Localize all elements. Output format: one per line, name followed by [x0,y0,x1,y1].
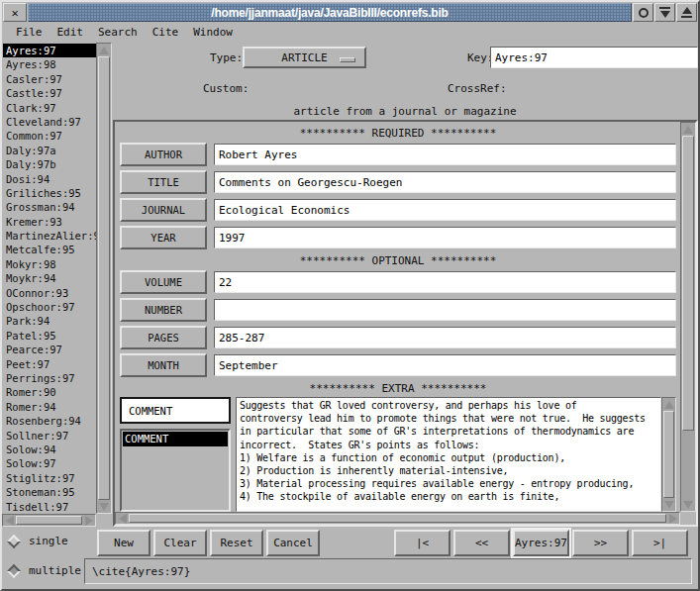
menu-item-search[interactable]: Search [97,24,139,41]
field-label-author[interactable]: AUTHOR [120,143,207,166]
nav-next-button[interactable]: >> [572,530,629,556]
scroll-left-icon[interactable] [3,515,16,526]
scroll-thumb[interactable] [663,411,674,498]
nav-current-entry-button[interactable]: Ayres:97 [513,530,569,556]
scroll-down-icon[interactable] [97,500,111,513]
scroll-up-icon[interactable] [681,123,695,136]
list-item[interactable]: Pearce:97 [3,343,96,356]
field-input-volume[interactable] [214,271,676,293]
scroll-down-icon[interactable] [681,498,695,511]
list-item[interactable]: Casler:97 [3,72,96,86]
extra-field-list[interactable]: COMMENT [120,429,231,512]
list-item[interactable]: Solow:94 [3,443,96,456]
cancel-button[interactable]: Cancel [266,530,320,556]
scroll-left-icon[interactable] [116,513,129,524]
list-item[interactable]: Sollner:97 [3,429,96,443]
field-label-journal[interactable]: JOURNAL [120,198,207,222]
menu-item-edit[interactable]: Edit [56,24,85,41]
maximize-icon [681,7,692,18]
app-window: ✕ /home/jjanmaat/java/JavaBibIII/econref… [0,0,700,591]
field-label-number[interactable]: NUMBER [120,298,207,322]
field-label-month[interactable]: MONTH [120,353,207,377]
type-option-menu[interactable]: ARTICLE [243,47,366,68]
nav-last-button[interactable]: >| [632,530,688,556]
scroll-thumb[interactable] [682,136,694,431]
field-input-year[interactable] [214,227,676,248]
scroll-thumb[interactable] [16,516,82,525]
window-menu-button[interactable] [633,3,653,22]
form-hscrollbar[interactable] [115,512,680,525]
field-label-title[interactable]: TITLE [120,170,207,194]
field-input-journal[interactable] [214,199,676,221]
reset-button[interactable]: Reset [210,530,263,556]
list-item[interactable]: Ayres:97 [3,44,96,57]
list-item[interactable]: Kremer:93 [3,215,96,229]
list-item[interactable]: Metcalfe:95 [3,243,96,256]
scroll-up-icon[interactable] [662,398,675,411]
form-vscrollbar[interactable] [680,122,696,512]
list-item[interactable]: Griliches:95 [3,186,96,200]
list-item[interactable]: Patel:95 [3,329,96,343]
multiple-radio[interactable]: multiple [9,564,81,577]
entry-list-hscrollbar[interactable] [2,514,96,527]
nav-prev-button[interactable]: << [453,530,510,556]
list-item[interactable]: Common:97 [3,129,96,143]
field-input-number[interactable] [214,299,676,321]
menu-item-window[interactable]: Window [192,24,234,41]
comment-vscrollbar[interactable] [661,397,676,512]
list-item[interactable]: Mokyr:98 [3,257,96,271]
list-item[interactable]: Romer:90 [3,385,96,399]
scroll-right-icon[interactable] [666,513,679,524]
list-item[interactable]: Stiglitz:97 [3,471,96,485]
scroll-up-icon[interactable] [97,44,111,56]
option-menu-indicator-icon [340,57,355,62]
field-label-volume[interactable]: VOLUME [120,270,207,294]
new-button[interactable]: New [97,530,150,556]
list-item[interactable]: Stoneman:95 [3,485,96,499]
extra-field-list-item[interactable]: COMMENT [123,432,228,446]
field-label-year[interactable]: YEAR [120,226,207,249]
clear-button[interactable]: Clear [153,530,207,556]
field-input-author[interactable] [214,144,676,165]
menu-item-cite[interactable]: Cite [151,24,180,41]
list-item[interactable]: Castle:97 [3,86,96,100]
list-item[interactable]: OConnor:93 [3,286,96,300]
single-radio[interactable]: single [9,535,68,547]
nav-first-button[interactable]: |< [394,530,450,556]
iconify-button[interactable] [654,3,675,22]
list-item[interactable]: Solow:97 [3,456,96,470]
cite-command-input[interactable] [84,558,692,584]
list-item[interactable]: Rosenberg:94 [3,414,96,428]
key-input[interactable] [490,47,698,68]
list-item[interactable]: Opschoor:97 [3,300,96,314]
list-item[interactable]: Peet:97 [3,357,96,371]
comment-textarea[interactable] [236,397,661,512]
menu-item-file[interactable]: File [15,24,44,41]
list-item[interactable]: Romer:94 [3,400,96,414]
list-item[interactable]: Cleveland:97 [3,115,96,129]
list-item[interactable]: Moykr:94 [3,271,96,285]
list-item[interactable]: Daly:97a [3,144,96,157]
list-item[interactable]: Ayres:98 [3,57,96,71]
scroll-thumb[interactable] [98,56,110,500]
list-item[interactable]: Park:94 [3,314,96,328]
maximize-button[interactable] [676,3,697,22]
field-input-month[interactable] [214,354,676,376]
list-item[interactable]: Tisdell:97 [3,500,96,514]
close-button[interactable]: ✕ [3,3,27,22]
list-item[interactable]: Perrings:97 [3,371,96,385]
scroll-down-icon[interactable] [662,498,675,511]
field-input-pages[interactable] [214,327,676,348]
list-item[interactable]: Clark:97 [3,101,96,115]
list-item[interactable]: Dosi:94 [3,172,96,186]
list-item[interactable]: Daly:97b [3,157,96,171]
list-item[interactable]: MartinezAlier:97 [3,229,96,243]
entry-list[interactable]: Ayres:97Ayres:98Casler:97Castle:97Clark:… [2,43,96,514]
scroll-right-icon[interactable] [82,515,95,526]
field-label-pages[interactable]: PAGES [120,326,207,349]
entry-list-vscrollbar[interactable] [96,43,112,514]
field-input-title[interactable] [214,171,676,193]
scroll-thumb[interactable] [129,514,666,523]
list-item[interactable]: Grossman:94 [3,200,96,214]
extra-field-name-input[interactable] [120,397,231,424]
